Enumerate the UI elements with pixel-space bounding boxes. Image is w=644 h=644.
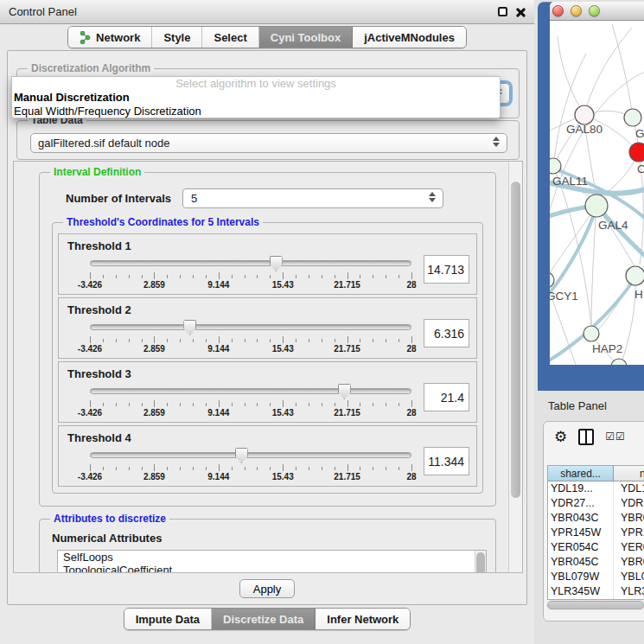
table-data-combobox[interactable]: galFiltered.sif default node: [30, 133, 507, 153]
slider-tick: [154, 464, 155, 471]
slider-tick: [373, 467, 373, 470]
table-cell[interactable]: YLR3: [614, 584, 644, 599]
table-cell[interactable]: YER0: [614, 540, 644, 555]
table-horizontal-scrollbar[interactable]: [546, 600, 644, 610]
table-cell[interactable]: YDL1: [614, 481, 644, 496]
close-icon[interactable]: [515, 7, 526, 17]
slider-track[interactable]: [90, 452, 411, 458]
node-table[interactable]: shared... n YDL19...YDL1YDR27...YDR2YBR0…: [547, 465, 644, 600]
tab-infer-network[interactable]: Infer Network: [316, 609, 410, 629]
slider-tick: [360, 467, 360, 470]
float-window-icon[interactable]: [498, 7, 507, 16]
tab-style[interactable]: Style: [152, 27, 202, 48]
slider-tick: [309, 467, 309, 470]
slider-track[interactable]: [90, 260, 411, 266]
slider-handle[interactable]: [183, 320, 196, 335]
tab-impute-data[interactable]: Impute Data: [124, 609, 212, 629]
table-cell[interactable]: YLR345W: [548, 584, 614, 599]
table-row[interactable]: YBL079WYBL0: [548, 570, 644, 584]
table-row[interactable]: YLR345WYLR3: [548, 584, 644, 599]
table-cell[interactable]: YBL0: [614, 570, 644, 584]
node-gal4: [585, 194, 608, 217]
slider-tick: [232, 403, 233, 406]
slider-tick: [129, 467, 130, 470]
slider-tick: [142, 403, 143, 406]
slider-handle[interactable]: [270, 256, 283, 271]
network-nodes[interactable]: [550, 105, 644, 365]
slider-tick: [90, 272, 91, 279]
tab-network[interactable]: Network: [68, 27, 152, 48]
table-row[interactable]: YBR043CYBR0: [548, 511, 644, 526]
slider-tick: [90, 464, 91, 471]
threshold-slider[interactable]: -3.4262.8599.14415.4321.71528: [90, 447, 411, 481]
tab-network-label: Network: [96, 31, 140, 44]
slider-track[interactable]: [90, 388, 411, 394]
popup-item-equal-width[interactable]: Equal Width/Frequency Discretization: [12, 105, 500, 118]
numerical-attributes-list[interactable]: SelfLoopsTopologicalCoefficientBetweenne…: [57, 550, 487, 572]
label-ga-partial: GA: [635, 127, 644, 140]
slider-tick: [167, 339, 168, 342]
slider-tick: [167, 403, 168, 406]
attribute-list-item[interactable]: TopologicalCoefficient: [58, 564, 486, 572]
table-row[interactable]: YDR27...YDR2: [548, 496, 644, 511]
threshold-value-field[interactable]: 14.713: [424, 255, 469, 284]
settings-vertical-scrollbar[interactable]: [508, 162, 522, 572]
label-gal80: GAL80: [566, 123, 603, 136]
slider-tick: [335, 403, 335, 406]
tab-cyni-toolbox[interactable]: Cyni Toolbox: [259, 27, 353, 48]
column-header-name[interactable]: n: [614, 466, 644, 481]
network-canvas[interactable]: GAL80 GA GAL11 C GAL4 GCY1 H HAP2: [550, 21, 644, 365]
zoom-traffic-light-icon[interactable]: [589, 5, 600, 16]
columns-icon[interactable]: [578, 429, 594, 445]
slider-handle[interactable]: [235, 448, 248, 463]
threshold-slider[interactable]: -3.4262.8599.14415.4321.71528: [90, 319, 411, 354]
table-cell[interactable]: YPR145W: [548, 526, 614, 540]
threshold-value-field[interactable]: 6.316: [424, 319, 469, 348]
table-cell[interactable]: YPR1: [614, 526, 644, 540]
slider-handle[interactable]: [338, 384, 351, 399]
slider-tick-label: 28: [406, 472, 416, 481]
table-row[interactable]: YBR045CYBR0: [548, 555, 644, 570]
table-cell[interactable]: YDR27...: [548, 496, 614, 511]
threshold-slider[interactable]: -3.4262.8599.14415.4321.71528: [90, 255, 411, 290]
threshold-value-field[interactable]: 21.4: [424, 383, 469, 411]
table-cell[interactable]: YBR0: [614, 555, 644, 570]
slider-track[interactable]: [90, 324, 411, 330]
attributes-scrollbar[interactable]: [475, 551, 486, 572]
table-cell[interactable]: YBR0: [614, 511, 644, 526]
slider-tick: [116, 403, 117, 406]
slider-tick: [116, 275, 117, 278]
table-cell[interactable]: YDR2: [614, 496, 644, 511]
gear-icon[interactable]: ⚙: [554, 430, 567, 444]
apply-button[interactable]: Apply: [239, 579, 295, 598]
control-panel: Control Panel Network Style Select: [0, 0, 534, 644]
table-row[interactable]: YPR145WYPR1: [548, 526, 644, 540]
select-checkboxes-icon[interactable]: ☑☑: [605, 430, 626, 443]
tab-jactivemnodules[interactable]: jActiveMNodules: [353, 27, 466, 48]
slider-tick: [399, 467, 399, 470]
slider-tick: [232, 339, 233, 342]
table-cell[interactable]: YBL079W: [548, 570, 614, 584]
interval-definition-legend: Interval Definition: [50, 166, 144, 179]
attr-items: SelfLoopsTopologicalCoefficientBetweenne…: [58, 551, 486, 572]
table-cell[interactable]: YER054C: [548, 540, 614, 555]
popup-item-manual-discretization[interactable]: Manual Discretization: [12, 91, 500, 105]
minimize-traffic-light-icon[interactable]: [571, 5, 582, 16]
table-cell[interactable]: YBR045C: [548, 555, 614, 570]
attribute-list-item[interactable]: SelfLoops: [58, 551, 486, 564]
threshold-slider[interactable]: -3.4262.8599.14415.4321.71528: [90, 383, 411, 418]
slider-tick: [103, 275, 104, 278]
tab-discretize-data[interactable]: Discretize Data: [212, 609, 316, 629]
column-header-shared[interactable]: shared...: [548, 466, 614, 481]
table-cell[interactable]: YDL19...: [548, 481, 614, 496]
table-row[interactable]: YDL19...YDL1: [548, 481, 644, 496]
table-cell[interactable]: YBR043C: [548, 511, 614, 526]
threshold-value-field[interactable]: 11.344: [424, 447, 469, 475]
tab-select[interactable]: Select: [202, 27, 258, 48]
number-of-intervals-spinner[interactable]: 5: [182, 188, 443, 208]
table-row[interactable]: YER054CYER0: [548, 540, 644, 555]
control-panel-titlebar: Control Panel: [0, 0, 534, 24]
slider-tick: [180, 339, 181, 342]
close-traffic-light-icon[interactable]: [552, 5, 564, 16]
table-panel-title: Table Panel: [548, 399, 607, 412]
